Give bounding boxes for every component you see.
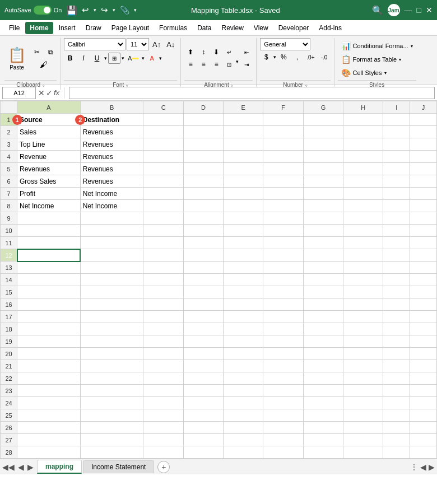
table-cell[interactable] [263,422,303,434]
row-number[interactable]: 21 [1,360,17,372]
table-cell[interactable] [383,138,410,151]
currency-button[interactable]: $ [260,52,272,63]
table-cell[interactable] [410,422,437,434]
table-cell[interactable] [224,151,263,163]
table-cell[interactable] [343,311,383,323]
table-cell[interactable] [263,175,303,188]
table-cell[interactable] [224,385,263,397]
table-cell[interactable] [143,274,183,286]
table-cell[interactable]: Net Income [17,200,81,212]
table-cell[interactable] [17,348,81,360]
add-sheet-button[interactable]: + [157,461,170,473]
table-cell[interactable] [143,249,183,262]
row-number[interactable]: 16 [1,298,17,311]
table-cell[interactable] [183,311,223,323]
table-cell[interactable] [303,126,343,138]
row-number[interactable]: 3 [1,138,17,151]
table-cell[interactable] [383,249,410,262]
table-cell[interactable] [383,397,410,409]
scroll-left-icon[interactable]: ◀ [420,463,426,472]
table-cell[interactable] [183,212,223,225]
table-cell[interactable] [343,138,383,151]
table-cell[interactable] [17,212,81,225]
table-cell[interactable] [224,397,263,409]
table-cell[interactable] [263,151,303,163]
sheet-tab-mapping[interactable]: mapping [37,460,82,474]
font-color-button[interactable]: A [146,53,158,64]
table-cell[interactable] [263,274,303,286]
table-cell[interactable] [183,323,223,335]
table-cell[interactable] [224,200,263,212]
menu-page-layout[interactable]: Page Layout [107,22,154,34]
undo-dropdown-icon[interactable]: ▾ [94,7,96,13]
table-cell[interactable] [383,360,410,372]
col-header-A[interactable]: A [17,101,81,114]
table-cell[interactable] [183,385,223,397]
table-cell[interactable] [80,422,143,434]
row-number[interactable]: 9 [1,212,17,225]
table-cell[interactable] [303,323,343,335]
cell-reference-box[interactable]: A12 [2,87,36,99]
table-cell[interactable] [303,262,343,274]
wrap-text-button[interactable]: ↵ [223,46,235,58]
row-number[interactable]: 12 [1,249,17,262]
table-cell[interactable] [143,262,183,274]
table-cell[interactable] [303,286,343,298]
table-cell[interactable]: Source [17,114,81,126]
menu-file[interactable]: File [4,22,24,34]
table-cell[interactable] [410,163,437,175]
table-cell[interactable]: Gross Sales [17,175,81,188]
table-cell[interactable] [17,446,81,459]
table-cell[interactable] [410,409,437,422]
table-cell[interactable] [343,323,383,335]
table-cell[interactable] [80,274,143,286]
table-cell[interactable] [263,212,303,225]
row-number[interactable]: 22 [1,372,17,385]
table-cell[interactable] [263,249,303,262]
align-right-button[interactable]: ≡ [210,59,222,70]
table-cell[interactable]: Revenue [17,151,81,163]
table-cell[interactable] [263,360,303,372]
maximize-icon[interactable]: □ [417,6,421,15]
format-painter-button[interactable]: 🖌 [31,59,57,70]
number-format-select[interactable]: General [260,38,310,50]
table-cell[interactable] [410,138,437,151]
table-cell[interactable] [17,434,81,446]
table-cell[interactable] [303,114,343,126]
table-cell[interactable] [303,311,343,323]
table-cell[interactable] [263,188,303,200]
table-cell[interactable] [383,422,410,434]
table-cell[interactable] [263,163,303,175]
table-cell[interactable] [224,237,263,249]
formula-input[interactable] [69,87,435,99]
col-header-G[interactable]: G [303,101,343,114]
table-cell[interactable] [224,262,263,274]
table-cell[interactable] [410,397,437,409]
table-cell[interactable] [383,298,410,311]
table-cell[interactable] [224,138,263,151]
table-cell[interactable] [224,311,263,323]
row-number[interactable]: 8 [1,200,17,212]
row-number[interactable]: 28 [1,446,17,459]
table-cell[interactable]: Revenues [80,151,143,163]
table-cell[interactable] [383,262,410,274]
menu-home[interactable]: Home [25,22,53,34]
table-cell[interactable] [17,249,81,262]
table-cell[interactable] [410,188,437,200]
table-cell[interactable] [224,446,263,459]
table-cell[interactable] [183,114,223,126]
row-number[interactable]: 7 [1,188,17,200]
table-cell[interactable] [80,385,143,397]
row-number[interactable]: 10 [1,225,17,237]
table-cell[interactable] [263,409,303,422]
table-cell[interactable] [80,212,143,225]
table-cell[interactable] [383,323,410,335]
row-number[interactable]: 13 [1,262,17,274]
table-cell[interactable] [343,126,383,138]
table-cell[interactable] [343,274,383,286]
format-as-table-button[interactable]: 📋 Format as Table ▾ [338,54,405,65]
table-cell[interactable] [143,138,183,151]
table-cell[interactable] [224,335,263,348]
table-cell[interactable] [303,446,343,459]
increase-font-button[interactable]: A↑ [150,39,163,50]
